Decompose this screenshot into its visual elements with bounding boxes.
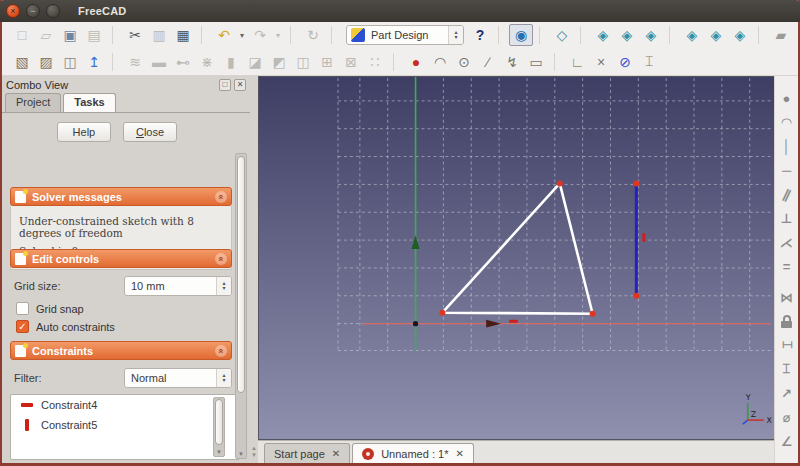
constraints-header[interactable]: Constraints «	[10, 341, 232, 360]
axonometric-view-icon[interactable]: ◇	[550, 25, 574, 45]
grid-size-label: Grid size:	[14, 280, 124, 292]
leave-sketch-icon[interactable]: ↥	[82, 52, 106, 72]
front-view-icon[interactable]: ◈	[591, 25, 615, 45]
trim-edge-icon[interactable]: ×	[589, 52, 613, 72]
map-sketch-icon[interactable]: ◫	[58, 52, 82, 72]
maximize-window-button[interactable]	[46, 4, 60, 18]
create-point-icon[interactable]: ●	[404, 52, 428, 72]
constraint-radius-icon[interactable]: ⌀	[777, 405, 797, 429]
create-sketch-icon[interactable]: ▧	[10, 52, 34, 72]
grid-size-value: 10 mm	[125, 280, 216, 292]
undo-dropdown-icon[interactable]: ▾	[236, 25, 248, 45]
freecad-window: × − FreeCAD □▱▣▤✂▥▦↶▾↷▾↻ Part Design ▴▾ …	[0, 0, 800, 466]
edit-controls-section: Edit controls «	[10, 249, 232, 268]
minimize-window-button[interactable]: −	[26, 4, 40, 18]
panel-splitter[interactable]: ▲▼	[250, 76, 258, 463]
grid-size-combobox[interactable]: 10 mm ▴▾	[124, 276, 232, 296]
edit-sketch-icon[interactable]: ▨	[34, 52, 58, 72]
sketch-canvas[interactable]: YXZ	[259, 77, 774, 439]
collapse-icon[interactable]: «	[215, 345, 227, 357]
create-rectangle-icon[interactable]: ▭	[524, 52, 548, 72]
create-arc-icon[interactable]: ◠	[428, 52, 452, 72]
constraint-point-on-object-icon[interactable]: ◠	[777, 110, 797, 134]
constraint-vertical-distance-icon[interactable]: ⌶	[777, 357, 797, 381]
tab-project[interactable]: Project	[5, 93, 61, 112]
rear-view-icon[interactable]: ◈	[680, 25, 704, 45]
scrollbar-down-arrow-icon[interactable]: ▼	[214, 449, 224, 455]
close-tab-icon[interactable]: ✕	[332, 448, 340, 459]
axis-cross-indicator: YXZ	[743, 393, 773, 425]
constraint-lock-icon[interactable]	[777, 309, 797, 333]
scrollbar-down-arrow-icon[interactable]: ▼	[236, 451, 246, 457]
workbench-selector-arrows[interactable]: ▴▾	[448, 26, 463, 44]
constraints-filter-spinner[interactable]: ▴▾	[216, 369, 231, 387]
tasks-panel-scrollbar[interactable]: ▼	[235, 153, 247, 459]
constraints-toolbar: ●◠│─∥⊥⋌=⋈⌶⌶↗⌀∠	[774, 76, 798, 463]
create-polyline-icon[interactable]: ↯	[500, 52, 524, 72]
top-view-icon[interactable]: ◈	[615, 25, 639, 45]
close-window-button[interactable]: ×	[6, 4, 20, 18]
workbench-selector[interactable]: Part Design ▴▾	[346, 25, 464, 45]
constraint-list-item[interactable]: Constraint5	[11, 415, 239, 435]
collapse-icon[interactable]: «	[215, 191, 227, 203]
fit-all-icon[interactable]: ◉	[509, 24, 533, 46]
sketch-vertex[interactable]	[590, 311, 596, 317]
constraint-vertical-icon[interactable]: │	[777, 134, 797, 158]
whats-this-icon[interactable]: ?	[468, 25, 492, 45]
solver-messages-header[interactable]: Solver messages «	[10, 187, 232, 206]
constraint-symmetric-icon[interactable]: ⋈	[777, 285, 797, 309]
auto-constraints-checkbox[interactable]: ✓	[16, 320, 29, 333]
save-icon[interactable]: ▣	[58, 25, 82, 45]
grid-snap-checkbox[interactable]: ✓	[16, 302, 29, 315]
external-geometry-icon[interactable]: ⊘	[613, 52, 637, 72]
constraint-perpendicular-icon[interactable]: ⊥	[777, 206, 797, 230]
close-panel-icon[interactable]: ✕	[234, 79, 246, 91]
carbon-copy-icon[interactable]: ⌶	[637, 52, 661, 72]
constraint-coincident-icon[interactable]: ●	[777, 86, 797, 110]
constraint-equal-icon[interactable]: =	[777, 254, 797, 278]
left-view-icon[interactable]: ◈	[728, 25, 752, 45]
grid-size-spinner[interactable]: ▴▾	[216, 277, 231, 295]
close-tab-icon[interactable]: ✕	[455, 448, 463, 459]
sketch-vertex[interactable]	[439, 310, 445, 316]
toolbar-separator	[554, 53, 563, 71]
document-tab-bar: Start page✕Unnamed : 1*✕	[258, 440, 775, 463]
measure-icon[interactable]: ▰	[769, 25, 793, 45]
paste-icon[interactable]: ▦	[171, 25, 195, 45]
constraint-list-scrollbar[interactable]: ▼	[213, 397, 225, 457]
constraint-distance-icon[interactable]: ↗	[777, 381, 797, 405]
svg-text:Y: Y	[745, 393, 751, 402]
3d-viewport[interactable]: YXZ	[258, 76, 775, 440]
undo-icon[interactable]: ↶	[212, 25, 236, 45]
float-panel-icon[interactable]: □	[219, 79, 231, 91]
constraint-horizontal-icon[interactable]: ─	[777, 158, 797, 182]
create-circle-icon[interactable]: ⊙	[452, 52, 476, 72]
tab-tasks[interactable]: Tasks	[63, 93, 115, 112]
scrollbar-thumb[interactable]	[215, 399, 223, 445]
cut-icon[interactable]: ✂	[123, 25, 147, 45]
sketch-vertex[interactable]	[633, 293, 639, 299]
sketch-axes-icon[interactable]: ∟	[565, 52, 589, 72]
sketch-triangle[interactable]	[442, 183, 592, 313]
right-view-icon[interactable]: ◈	[639, 25, 663, 45]
help-button[interactable]: Help	[57, 122, 111, 142]
document-tab-start-page[interactable]: Start page✕	[264, 443, 350, 463]
sketch-vertex[interactable]	[633, 180, 639, 186]
constraint-parallel-icon[interactable]: ∥	[772, 179, 800, 209]
constraints-filter-combobox[interactable]: Normal ▴▾	[124, 368, 232, 388]
collapse-icon[interactable]: «	[215, 253, 227, 265]
bottom-view-icon[interactable]: ◈	[704, 25, 728, 45]
mirrored-icon: ◫	[291, 52, 315, 72]
edit-controls-header[interactable]: Edit controls «	[10, 249, 232, 268]
constraint-angle-icon[interactable]: ∠	[777, 429, 797, 453]
sketch-vertex[interactable]	[557, 180, 563, 186]
solver-messages-title: Solver messages	[32, 191, 122, 203]
constraint-tangent-icon[interactable]: ⋌	[777, 230, 797, 254]
scrollbar-thumb[interactable]	[237, 156, 245, 393]
close-task-button[interactable]: Close	[123, 122, 177, 142]
document-tab-unnamed-1[interactable]: Unnamed : 1*✕	[352, 443, 474, 463]
constraint-list-item[interactable]: Constraint4	[11, 395, 239, 415]
sketch-origin-point[interactable]	[413, 321, 418, 326]
create-line-icon[interactable]: ∕	[476, 52, 500, 72]
constraint-horizontal-distance-icon[interactable]: ⌶	[775, 335, 799, 355]
